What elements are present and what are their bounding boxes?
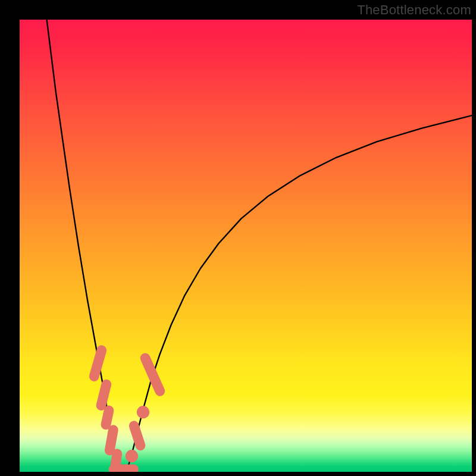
- curve-marker: [106, 411, 109, 425]
- curve-marker: [137, 406, 149, 418]
- curve-marker: [126, 450, 138, 462]
- curve-marker: [101, 384, 107, 405]
- curve-marker: [145, 358, 160, 392]
- curve-marker: [109, 430, 113, 450]
- bottleneck-curve-chart: [20, 20, 472, 472]
- plot-frame: TheBottleneck.com: [0, 0, 476, 476]
- plot-area: [20, 20, 472, 472]
- bottleneck-curve: [47, 20, 472, 470]
- watermark-text: TheBottleneck.com: [357, 2, 471, 18]
- curve-marker: [134, 426, 140, 446]
